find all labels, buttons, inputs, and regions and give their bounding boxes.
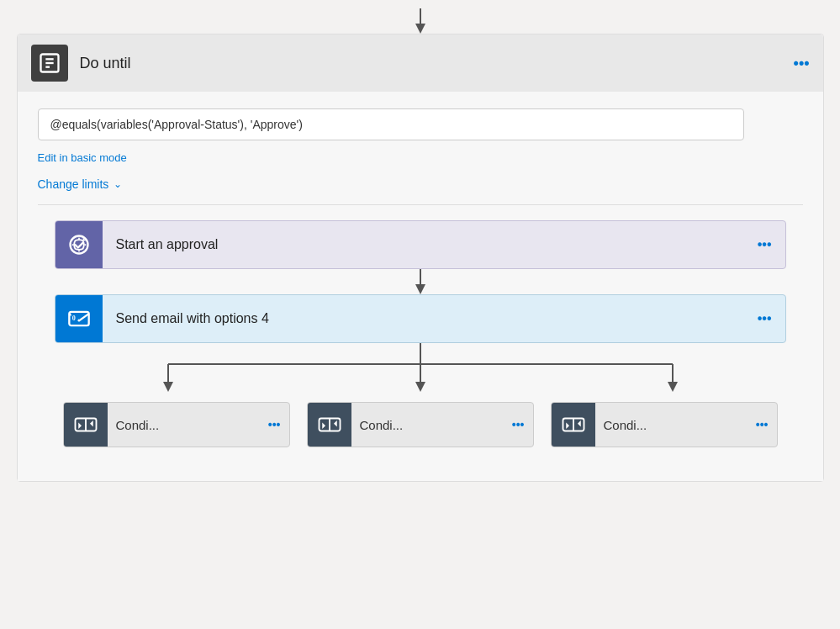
do-until-more-button[interactable]: ••• xyxy=(794,55,810,72)
svg-marker-17 xyxy=(415,382,425,392)
svg-marker-30 xyxy=(566,423,569,430)
svg-marker-31 xyxy=(578,420,581,427)
do-until-header: Do until ••• xyxy=(18,34,823,92)
condition-1-more-button[interactable]: ••• xyxy=(260,418,289,431)
condition-2-more-button[interactable]: ••• xyxy=(504,418,533,431)
svg-marker-15 xyxy=(163,382,173,392)
change-limits-toggle[interactable]: Change limits ⌄ xyxy=(38,177,803,205)
conditions-row: Condi... ••• Condi xyxy=(55,402,786,447)
condition-3-more-button[interactable]: ••• xyxy=(748,418,777,431)
condition-1-title: Condi... xyxy=(108,418,260,432)
email-icon: 0 xyxy=(55,295,103,342)
send-email-title: Send email with options 4 xyxy=(103,311,744,326)
approval-icon xyxy=(55,221,103,268)
svg-text:0: 0 xyxy=(71,314,75,322)
svg-marker-8 xyxy=(415,284,425,294)
do-until-header-left: Do until xyxy=(31,45,131,82)
condition-1-icon xyxy=(64,403,108,447)
send-email-block: 0 Send email with options 4 ••• xyxy=(55,294,786,343)
svg-marker-26 xyxy=(322,423,325,430)
inner-canvas: Start an approval ••• xyxy=(38,212,803,464)
condition-block-2: Condi... ••• xyxy=(307,402,534,447)
chevron-down-icon: ⌄ xyxy=(114,178,122,190)
condition-2-icon xyxy=(308,403,351,447)
top-connector-arrow xyxy=(412,8,429,34)
condition-3-title: Condi... xyxy=(595,418,748,432)
do-until-block: Do until ••• Edit in basic mode Change l… xyxy=(17,34,824,482)
svg-marker-19 xyxy=(668,382,678,392)
condition-block-3: Condi... ••• xyxy=(551,402,778,447)
branch-connector-lines xyxy=(55,343,786,402)
do-until-icon xyxy=(31,45,68,82)
svg-marker-23 xyxy=(90,420,93,427)
condition-3-icon xyxy=(552,403,595,447)
svg-marker-1 xyxy=(415,24,425,34)
start-approval-block: Start an approval ••• xyxy=(55,220,786,269)
edit-basic-link[interactable]: Edit in basic mode xyxy=(38,151,127,164)
condition-2-title: Condi... xyxy=(351,418,504,432)
condition-block-1: Condi... ••• xyxy=(63,402,290,447)
condition-input[interactable] xyxy=(38,108,744,140)
svg-marker-22 xyxy=(78,423,82,430)
send-email-more-button[interactable]: ••• xyxy=(744,311,785,326)
do-until-title: Do until xyxy=(80,55,131,72)
start-approval-more-button[interactable]: ••• xyxy=(744,237,785,252)
change-limits-label: Change limits xyxy=(38,177,109,191)
approval-to-email-arrow xyxy=(412,269,429,294)
svg-marker-27 xyxy=(334,420,337,427)
do-until-body: Edit in basic mode Change limits ⌄ xyxy=(18,92,823,481)
start-approval-title: Start an approval xyxy=(103,237,744,252)
